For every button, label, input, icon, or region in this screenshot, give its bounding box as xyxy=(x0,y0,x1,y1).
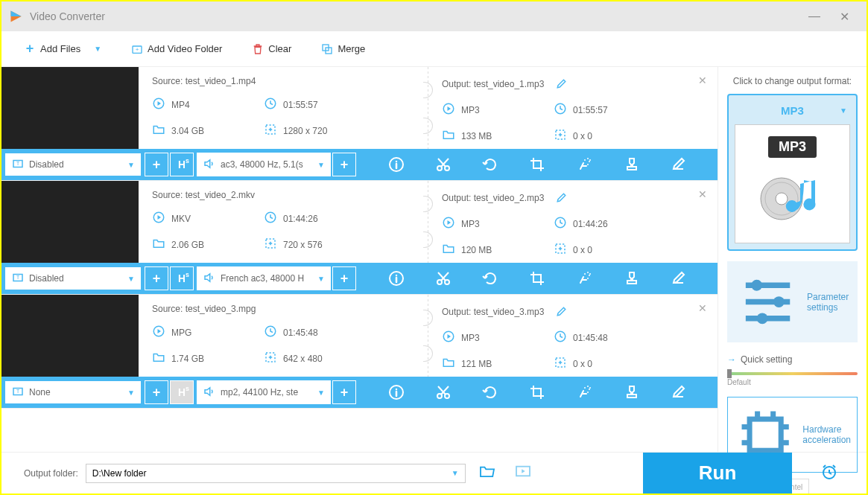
remove-file-button[interactable]: ✕ xyxy=(698,188,707,200)
edit-output-name-button[interactable] xyxy=(556,304,569,319)
src-format: MKV xyxy=(152,211,264,226)
parameter-settings-button[interactable]: Parameter settings xyxy=(727,261,858,342)
clock-icon xyxy=(554,102,567,118)
output-filename: Output: test_video_3.mp3 xyxy=(442,304,704,319)
open-folder-button[interactable] xyxy=(473,464,501,482)
edit-button[interactable] xyxy=(670,156,688,173)
merge-button[interactable]: Merge xyxy=(321,43,365,55)
play-icon xyxy=(152,97,165,112)
clock-icon xyxy=(554,216,567,231)
subtitle-selector[interactable]: TDisabled▼ xyxy=(4,266,142,290)
edit-button[interactable] xyxy=(670,383,688,401)
file-action-bar: TDisabled▼+Hsac3, 48000 Hz, 5.1(s▼+ xyxy=(1,149,717,180)
edit-tools xyxy=(358,269,717,287)
edit-tools xyxy=(358,156,717,173)
hs-button[interactable]: Hs xyxy=(170,153,194,176)
fx-button[interactable] xyxy=(576,269,594,287)
clear-button[interactable]: Clear xyxy=(252,43,291,55)
svg-rect-55 xyxy=(750,419,781,450)
edit-button[interactable] xyxy=(670,269,688,287)
source-filename: Source: test_video_2.mkv xyxy=(152,190,414,200)
add-folder-label: Add Video Folder xyxy=(148,43,222,54)
format-header: MP3 ▼ xyxy=(735,101,850,120)
chevron-down-icon: ▼ xyxy=(127,161,135,169)
info-button[interactable] xyxy=(387,383,405,401)
source-column: Source: test_video_1.mp4MP401:55:573.04 … xyxy=(139,67,428,149)
info-button[interactable] xyxy=(387,156,405,173)
output-column: Output: test_video_3.mp3MP301:45:48121 M… xyxy=(428,295,717,377)
disc-music-icon xyxy=(755,158,830,232)
stamp-button[interactable] xyxy=(623,269,641,287)
minimize-button[interactable]: — xyxy=(799,5,829,28)
add-folder-button[interactable]: + Add Video Folder xyxy=(131,43,222,55)
chevron-down-icon: ▼ xyxy=(317,389,325,397)
sliders-icon xyxy=(735,269,801,335)
file-row: Source: test_video_1.mp4MP401:55:573.04 … xyxy=(1,67,717,181)
folder-icon xyxy=(442,128,455,144)
schedule-button[interactable] xyxy=(814,462,844,484)
subtitle-selector[interactable]: TDisabled▼ xyxy=(4,153,142,176)
rotate-button[interactable] xyxy=(481,383,499,401)
play-output-button[interactable] xyxy=(509,464,537,482)
out-format: MP3 xyxy=(442,102,554,118)
stamp-button[interactable] xyxy=(623,383,641,401)
crop-button[interactable] xyxy=(528,269,546,287)
add-subtitle-button[interactable]: + xyxy=(145,266,168,290)
remove-file-button[interactable]: ✕ xyxy=(698,74,707,86)
mp3-badge: MP3 xyxy=(768,136,817,158)
add-subtitle-button[interactable]: + xyxy=(145,380,168,404)
add-files-button[interactable]: + Add Files ▼ xyxy=(24,43,101,55)
hs-button: Hs xyxy=(170,380,194,404)
output-filename: Output: test_video_2.mp3 xyxy=(442,190,704,205)
file-info-row: Source: test_video_1.mp4MP401:55:573.04 … xyxy=(1,67,717,149)
quality-slider[interactable] xyxy=(727,372,858,375)
subtitle-selector[interactable]: TNone▼ xyxy=(4,380,142,404)
app-logo-icon xyxy=(9,9,24,24)
hs-button[interactable]: Hs xyxy=(170,266,194,290)
slider-thumb[interactable] xyxy=(727,369,732,378)
fx-button[interactable] xyxy=(576,156,594,173)
file-row: Source: test_video_2.mkvMKV01:44:262.06 … xyxy=(1,181,717,295)
out-size: 120 MB xyxy=(442,242,554,258)
cut-button[interactable] xyxy=(434,156,452,173)
app-title: Video Converter xyxy=(30,10,799,22)
output-format-selector[interactable]: MP3 ▼ MP3 xyxy=(727,94,858,251)
video-thumbnail[interactable] xyxy=(1,181,139,263)
file-info: Source: test_video_1.mp4MP401:55:573.04 … xyxy=(139,67,717,149)
cut-button[interactable] xyxy=(434,383,452,401)
video-thumbnail[interactable] xyxy=(1,295,139,377)
rotate-button[interactable] xyxy=(481,269,499,287)
format-thumbnail: MP3 xyxy=(735,124,850,243)
stamp-button[interactable] xyxy=(623,156,641,173)
close-button[interactable]: ✕ xyxy=(829,5,859,28)
video-thumbnail[interactable] xyxy=(1,67,139,149)
output-folder-input[interactable]: D:\New folder ▼ xyxy=(86,464,466,483)
hw-accel-label: Hardware acceleration xyxy=(802,424,851,445)
svg-text:H: H xyxy=(178,273,186,284)
edit-output-name-button[interactable] xyxy=(556,190,569,205)
cut-button[interactable] xyxy=(434,269,452,287)
chevron-down-icon[interactable]: ▼ xyxy=(94,45,101,53)
add-subtitle-button[interactable]: + xyxy=(145,153,168,176)
add-audio-button[interactable]: + xyxy=(332,266,356,290)
chevron-down-icon[interactable]: ▼ xyxy=(452,469,459,477)
audio-track-selector[interactable]: mp2, 44100 Hz, ste▼ xyxy=(197,380,331,404)
src-resolution: 720 x 576 xyxy=(264,237,414,252)
expand-icon xyxy=(554,128,567,144)
add-audio-button[interactable]: + xyxy=(332,153,356,176)
remove-file-button[interactable]: ✕ xyxy=(698,302,707,314)
run-button[interactable]: Run xyxy=(643,453,792,494)
crop-button[interactable] xyxy=(528,383,546,401)
audio-track-selector[interactable]: French ac3, 48000 H▼ xyxy=(197,266,331,290)
rotate-button[interactable] xyxy=(481,156,499,173)
edit-output-name-button[interactable] xyxy=(556,76,569,92)
crop-button[interactable] xyxy=(528,156,546,173)
svg-point-52 xyxy=(751,280,762,291)
info-button[interactable] xyxy=(387,269,405,287)
chevron-down-icon: ▼ xyxy=(127,275,135,283)
audio-track-selector[interactable]: ac3, 48000 Hz, 5.1(s▼ xyxy=(197,153,331,176)
out-format: MP3 xyxy=(442,216,554,231)
add-audio-button[interactable]: + xyxy=(332,380,356,404)
output-format-title: Click to change output format: xyxy=(727,76,858,86)
fx-button[interactable] xyxy=(576,383,594,401)
